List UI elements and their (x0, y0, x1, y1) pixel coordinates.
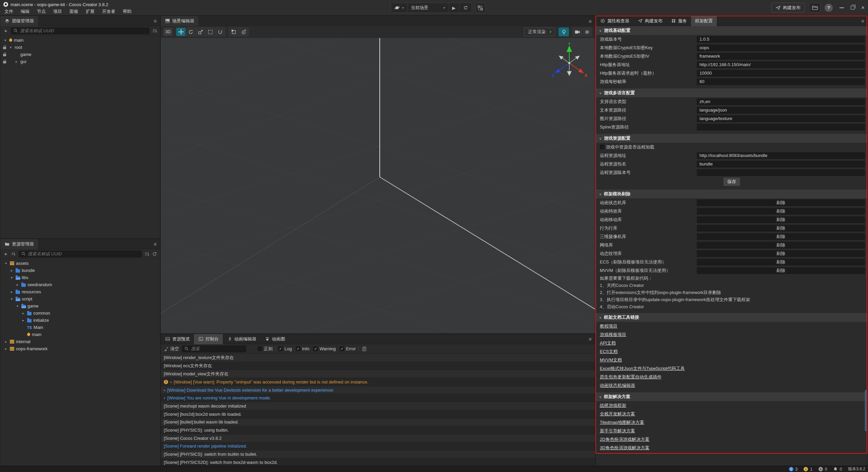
warning-icon[interactable]: ! (804, 467, 808, 471)
chevron-closed-icon[interactable]: ▸ (9, 290, 14, 294)
sort-icon[interactable] (11, 251, 16, 257)
asset-node-main[interactable]: main (0, 331, 160, 338)
hierarchy-node-root[interactable]: ▾root (0, 44, 160, 51)
console-log-row[interactable]: [Scene] Forward render pipeline initiali… (161, 442, 595, 451)
bell-icon[interactable] (833, 467, 838, 472)
save-button[interactable]: 保存 (723, 177, 740, 186)
panel-menu-icon[interactable]: ≡ (589, 336, 592, 342)
console-log-row[interactable]: [Window] ecs文件夹存在 (161, 362, 595, 370)
chevron-closed-icon[interactable]: ▸ (14, 60, 19, 63)
help-button[interactable]: ? (825, 4, 833, 12)
expand-chevron-icon[interactable]: › (164, 388, 165, 393)
refresh-icon[interactable] (152, 251, 157, 257)
section-header-游戏资源配置[interactable]: ∨游戏资源配置 (596, 134, 868, 143)
rotate-tool-button[interactable] (186, 28, 195, 36)
build-publish-button[interactable]: 构建发布 (771, 3, 805, 13)
console-log-row[interactable]: [Scene] meshopt wasm decoder initialized (161, 402, 595, 410)
asset-node-game[interactable]: ▾game (0, 302, 160, 310)
asset-node-common[interactable]: ▸common (0, 310, 160, 317)
remove-module-button[interactable]: 剔除 (697, 199, 865, 206)
regex-checkbox[interactable]: 正则 (258, 346, 273, 352)
asset-node-assets[interactable]: ▾assets (0, 260, 160, 267)
toggle-3d-button[interactable]: 3D (163, 28, 173, 36)
field-input[interactable]: zh,en (697, 98, 865, 105)
menu-文件[interactable]: 文件 (1, 8, 17, 15)
asset-node-Main[interactable]: TSMain (0, 324, 160, 331)
chevron-open-icon[interactable]: ▾ (8, 45, 13, 49)
filter-checkbox-Warning[interactable]: ✓Warning (313, 346, 336, 351)
step-button[interactable] (459, 3, 472, 13)
hierarchy-node-gui[interactable]: ▸gui (0, 58, 160, 65)
link-新手引导解决方案[interactable]: 新手引导解决方案 (600, 428, 635, 434)
tab-构建发布[interactable]: 构建发布 (633, 16, 667, 26)
expand-chevron-icon[interactable]: › (164, 395, 165, 400)
minimize-button[interactable] (840, 7, 844, 8)
clear-console-button[interactable]: 清空 (164, 346, 179, 352)
console-log-row[interactable]: [Scene] [box2d]:box2d wasm lib loaded. (161, 410, 595, 418)
render-mode-dropdown[interactable]: 正常渲染 ▾ (524, 27, 555, 36)
add-asset-button[interactable]: + (3, 251, 8, 257)
link-Excel格式转Json文件与TypeScript代码工具[interactable]: Excel格式转Json文件与TypeScript代码工具 (600, 366, 685, 372)
scene-camera-button[interactable] (573, 28, 582, 36)
coordinate-toggle-button[interactable] (239, 28, 248, 36)
lighting-toggle-button[interactable] (558, 27, 569, 36)
console-log-row[interactable]: [Scene] [PHYSICS]: using builtin. (161, 426, 595, 434)
remove-module-button[interactable]: 剔除 (697, 267, 865, 274)
close-button[interactable]: × (861, 5, 865, 11)
panel-menu-icon[interactable]: ≡ (861, 18, 864, 24)
remove-module-button[interactable]: 剔除 (697, 250, 865, 257)
menu-节点[interactable]: 节点 (33, 8, 50, 15)
asset-node-seedrandom[interactable]: ▸seedrandom (0, 281, 160, 288)
field-input[interactable]: 10000 (697, 70, 865, 77)
hierarchy-node-game[interactable]: game (0, 51, 160, 58)
tab-服务[interactable]: 服务 (667, 16, 691, 26)
link-全栈开发解决方案[interactable]: 全栈开发解决方案 (600, 411, 635, 417)
pivot-toggle-button[interactable] (229, 28, 238, 36)
tab-动画图[interactable]: 动画图 (260, 334, 289, 344)
section-header-游戏基础配置[interactable]: ∨游戏基础配置 (596, 26, 868, 35)
panel-menu-icon[interactable]: ≡ (154, 18, 157, 24)
preview-target-dropdown[interactable]: ▾ (391, 3, 408, 13)
field-input[interactable]: bundle (697, 161, 865, 168)
remove-module-button[interactable]: 剔除 (697, 216, 865, 223)
asset-node-resources[interactable]: ▸resources (0, 288, 160, 295)
console-log-row[interactable]: [Scene] [PHYSICS2D]: switch from box2d-w… (161, 458, 595, 466)
link-原生包热更新配置自动生成插件[interactable]: 原生包热更新配置自动生成插件 (600, 374, 662, 380)
field-input[interactable]: http://localhost:8083/assets/bundle (697, 152, 865, 159)
filter-checkbox-Error[interactable]: ✓Error (340, 346, 356, 351)
section-header-框架解决方案[interactable]: ∨框架解决方案 (596, 392, 868, 401)
chevron-closed-icon[interactable]: ▸ (4, 347, 8, 351)
field-input[interactable] (697, 124, 865, 131)
filter-icon[interactable] (152, 28, 157, 34)
remove-module-button[interactable]: 剔除 (697, 233, 865, 240)
filter-checkbox-Log[interactable]: ✓Log (278, 346, 292, 351)
chevron-closed-icon[interactable]: ▸ (21, 318, 25, 322)
console-log-row[interactable]: [Scene] [PHYSICS]: switch from builtin t… (161, 450, 595, 458)
play-button[interactable]: ▶ (449, 3, 459, 13)
rect-tool-button[interactable] (206, 28, 215, 36)
panel-menu-icon[interactable]: ≡ (589, 18, 592, 24)
console-log-row[interactable]: [Scene] Cocos Creator v3.8.2 (161, 434, 595, 442)
error-icon[interactable]: × (818, 467, 823, 471)
asset-node-internal[interactable]: ▸internal (0, 338, 160, 345)
add-node-button[interactable]: + (3, 28, 8, 34)
panel-menu-icon[interactable]: ≡ (154, 241, 157, 247)
scrollbar-thumb[interactable] (865, 390, 867, 431)
link-MVVM文档[interactable]: MVVM文档 (600, 357, 622, 363)
filter-checkbox-Info[interactable]: ✓Info (296, 346, 310, 351)
tab-控制台[interactable]: 控制台 (194, 334, 223, 344)
filter-icon[interactable] (144, 251, 150, 257)
link-ECS文档[interactable]: ECS文档 (600, 349, 618, 355)
link-2D角色扮演游戏解决方案[interactable]: 2D角色扮演游戏解决方案 (600, 436, 650, 442)
remove-module-button[interactable]: 剔除 (697, 242, 865, 249)
move-tool-button[interactable] (176, 28, 185, 36)
field-input[interactable]: language/json (697, 107, 865, 114)
gizmo-tool-button[interactable] (216, 28, 225, 36)
link-3D角色扮演游戏解决方案[interactable]: 3D角色扮演游戏解决方案 (600, 445, 650, 451)
chevron-open-icon[interactable]: ▾ (9, 276, 14, 279)
asset-node-oops-framework[interactable]: ▸oops-framework (0, 345, 160, 352)
tab-scene-editor[interactable]: 场景编辑器 (161, 16, 198, 26)
remove-module-button[interactable]: 剔除 (697, 259, 865, 266)
menu-开发者[interactable]: 开发者 (98, 8, 119, 15)
link-教程项目[interactable]: 教程项目 (600, 323, 617, 329)
